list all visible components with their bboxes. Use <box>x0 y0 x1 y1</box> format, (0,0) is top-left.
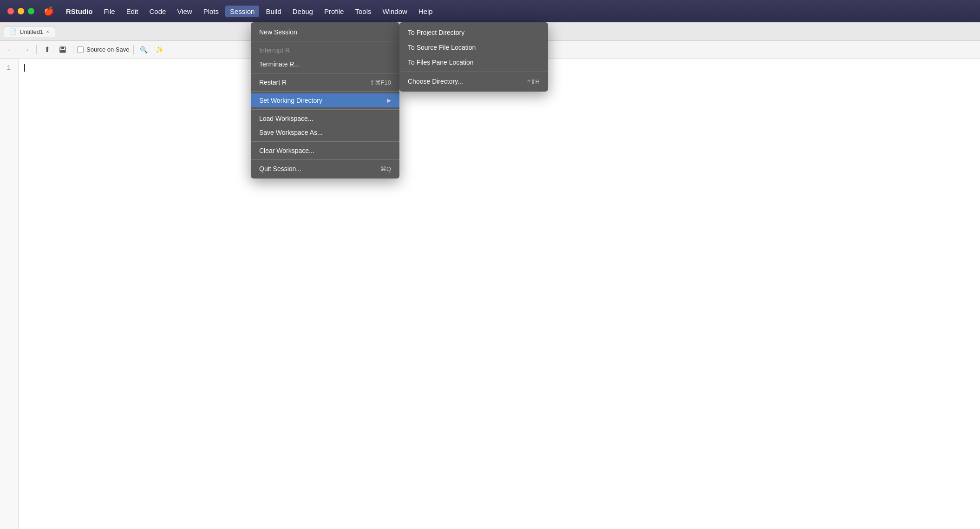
apple-logo-icon[interactable]: 🍎 <box>44 6 54 16</box>
menubar-item-debug[interactable]: Debug <box>288 6 318 17</box>
tab-icon: 📄 <box>10 28 17 35</box>
toolbar-separator-2 <box>73 45 73 54</box>
menu-item-save-workspace-as[interactable]: Save Workspace As... <box>251 126 399 139</box>
to-project-directory-label: To Project Directory <box>408 29 464 36</box>
menu-item-clear-workspace[interactable]: Clear Workspace... <box>251 144 399 158</box>
clear-workspace-label: Clear Workspace... <box>259 147 314 154</box>
traffic-light-close[interactable] <box>7 8 14 14</box>
toolbar-separator-1 <box>36 45 37 54</box>
menu-item-load-workspace[interactable]: Load Workspace... <box>251 112 399 126</box>
load-workspace-label: Load Workspace... <box>259 115 313 122</box>
source-on-save-checkbox[interactable] <box>77 46 84 53</box>
save-workspace-as-label: Save Workspace As... <box>259 129 323 136</box>
tab-close-button[interactable]: × <box>46 29 49 34</box>
new-session-label: New Session <box>259 28 297 36</box>
menu-item-set-working-directory[interactable]: Set Working Directory ▶ <box>251 93 399 107</box>
quit-session-shortcut: ⌘Q <box>380 165 391 172</box>
menubar-item-tools[interactable]: Tools <box>350 6 376 17</box>
choose-directory-label: Choose Directory... <box>408 78 463 85</box>
menu-item-terminate-r[interactable]: Terminate R... <box>251 57 399 71</box>
code-area[interactable] <box>19 59 980 529</box>
session-menu: New Session Interrupt R Terminate R... R… <box>251 22 399 179</box>
menubar-item-profile[interactable]: Profile <box>320 6 349 17</box>
editor-cursor <box>24 64 25 72</box>
restart-r-shortcut: ⇧⌘F10 <box>370 79 391 86</box>
submenu-item-to-project-directory[interactable]: To Project Directory <box>399 25 548 40</box>
terminate-r-label: Terminate R... <box>259 60 300 68</box>
separator-6 <box>251 159 399 160</box>
menubar-item-file[interactable]: File <box>99 6 120 17</box>
toolbar-separator-3 <box>133 45 134 54</box>
tab-label: Untitled1 <box>20 28 43 35</box>
menubar-item-plots[interactable]: Plots <box>199 6 223 17</box>
menu-item-quit-session[interactable]: Quit Session... ⌘Q <box>251 162 399 176</box>
menubar-item-edit[interactable]: Edit <box>122 6 143 17</box>
separator-3 <box>251 91 399 92</box>
menubar-item-code[interactable]: Code <box>145 6 171 17</box>
line-numbers: 1 <box>0 59 19 529</box>
back-button[interactable]: ← <box>4 44 17 56</box>
magic-wand-button[interactable]: ✨ <box>153 44 166 56</box>
traffic-light-minimize[interactable] <box>18 8 24 14</box>
submenu-separator-1 <box>399 72 548 72</box>
save-button[interactable] <box>56 44 69 56</box>
to-source-file-location-label: To Source File Location <box>408 44 476 51</box>
traffic-light-fullscreen[interactable] <box>28 8 34 14</box>
svg-rect-2 <box>60 50 65 52</box>
menubar-item-view[interactable]: View <box>172 6 196 17</box>
menubar-item-help[interactable]: Help <box>414 6 438 17</box>
to-files-pane-location-label: To Files Pane Location <box>408 59 474 66</box>
menubar-item-build[interactable]: Build <box>261 6 286 17</box>
line-number-1: 1 <box>0 62 14 73</box>
menubar-item-rstudio[interactable]: RStudio <box>61 6 98 17</box>
restart-r-label: Restart R <box>259 79 287 86</box>
menu-item-new-session[interactable]: New Session <box>251 25 399 39</box>
source-on-save-group: Source on Save <box>77 46 130 53</box>
svg-rect-1 <box>61 47 64 49</box>
submenu-item-to-files-pane-location[interactable]: To Files Pane Location <box>399 55 548 70</box>
menubar-item-window[interactable]: Window <box>378 6 412 17</box>
interrupt-r-label: Interrupt R <box>259 46 290 54</box>
choose-directory-shortcut: ^⇧H <box>528 78 540 85</box>
source-on-save-label: Source on Save <box>86 46 130 53</box>
menubar: 🍎 RStudio File Edit Code View Plots Sess… <box>0 0 980 22</box>
traffic-lights <box>7 8 34 14</box>
forward-button[interactable]: → <box>20 44 33 56</box>
editor-area: 1 <box>0 59 980 529</box>
menubar-item-session[interactable]: Session <box>225 6 259 17</box>
tab-untitled1[interactable]: 📄 Untitled1 × <box>4 26 55 37</box>
set-working-directory-label: Set Working Directory <box>259 97 322 104</box>
menu-item-restart-r[interactable]: Restart R ⇧⌘F10 <box>251 75 399 89</box>
show-in-new-window-button[interactable]: ⬆ <box>40 44 53 56</box>
search-button[interactable]: 🔍 <box>137 44 150 56</box>
submenu-arrow-icon: ▶ <box>387 97 391 104</box>
separator-4 <box>251 109 399 110</box>
separator-2 <box>251 73 399 73</box>
separator-1 <box>251 41 399 41</box>
menu-item-interrupt-r: Interrupt R <box>251 43 399 57</box>
submenu-item-to-source-file-location[interactable]: To Source File Location <box>399 40 548 55</box>
set-working-directory-submenu: To Project Directory To Source File Loca… <box>399 22 548 92</box>
quit-session-label: Quit Session... <box>259 165 301 172</box>
separator-5 <box>251 141 399 142</box>
submenu-item-choose-directory[interactable]: Choose Directory... ^⇧H <box>399 74 548 89</box>
